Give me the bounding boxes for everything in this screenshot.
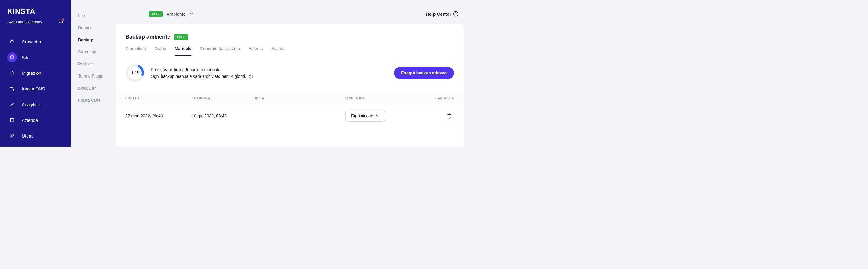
env-label: Ambiente [166,11,185,17]
secondary-nav-blockip[interactable]: Blocca IP [71,82,116,94]
secondary-nav-cdn[interactable]: Kinsta CDN [71,94,116,106]
company-row: Awesome Company [0,19,71,31]
svg-point-2 [13,89,14,90]
nav-label: Utenti [22,133,33,139]
help-center-label: Help Center [426,11,451,17]
progress-circle: 1 / 5 [125,63,145,83]
progress-label: 1 / 5 [131,71,138,75]
tab-system[interactable]: Generato dal sistema [200,46,240,56]
logo-section: KINSTA [0,0,71,19]
svg-point-8 [10,134,12,136]
nav-item-dns[interactable]: Kinsta DNS [0,81,71,96]
svg-marker-0 [10,55,14,57]
table-header: CREATO SCADENZA NOTA RIPRISTINA CANCELLA [116,92,464,104]
help-icon[interactable] [249,74,253,79]
nav-label: Azienda [22,118,38,123]
secondary-nav-tools[interactable]: Strumenti [71,46,116,58]
nav-item-dashboard[interactable]: Cruscotto [0,34,71,50]
tab-download[interactable]: Scarica [272,46,286,56]
backup-table: CREATO SCADENZA NOTA RIPRISTINA CANCELLA… [116,92,464,127]
home-icon [10,39,14,44]
nav-item-analytics[interactable]: Analytics [0,96,71,112]
nav-item-activity[interactable]: Registro attività [0,144,71,147]
environment-selector[interactable]: LIVE Ambiente [149,11,193,17]
live-badge: LIVE [149,11,163,17]
card-header: Backup ambiente LIVE [116,24,464,46]
secondary-nav-info[interactable]: Info [71,10,116,22]
nav-label: Siti [22,55,28,60]
col-header-expires: SCADENZA [192,96,255,100]
content-card: Backup ambiente LIVE Giornaliero Orario … [116,24,464,147]
notification-button[interactable] [59,19,64,24]
nav-label: Cruscotto [22,39,41,44]
tabs: Giornaliero Orario Manuale Generato dal … [116,46,464,56]
nav-label: Kinsta DNS [22,86,45,91]
main-content: LIVE Ambiente Help Center Backup ambient… [116,0,468,147]
arrows-icon [10,70,14,76]
cell-expires: 10 giu 2022, 08:43 [192,113,255,118]
col-header-created: CREATO [125,96,192,100]
svg-point-1 [10,87,11,88]
main-sidebar: KINSTA Awesome Company Cruscotto Siti [0,0,71,147]
help-center-link[interactable]: Help Center [426,11,458,17]
restore-button-label: Ripristina in [351,113,373,118]
cell-created: 27 mag 2022, 08:43 [125,113,192,118]
page-title: Backup ambiente [125,34,170,40]
notification-dot [62,19,64,21]
secondary-nav-redirect[interactable]: Redirect [71,58,116,70]
secondary-nav-backup[interactable]: Backup [71,34,116,46]
table-row: 27 mag 2022, 08:43 10 giu 2022, 08:43 Ri… [116,104,464,127]
backup-now-button[interactable]: Esegui backup adesso [394,67,454,79]
chevron-down-icon [189,12,193,16]
col-header-note: NOTA [255,96,345,100]
nav-item-company[interactable]: Azienda [0,112,71,128]
secondary-nav-domains[interactable]: Domini [71,22,116,34]
backup-info-section: 1 / 5 Puoi creare fino a 5 backup manual… [116,56,464,92]
cell-delete [421,111,454,120]
dns-icon [10,86,14,91]
tab-daily[interactable]: Giornaliero [125,46,146,56]
tab-external[interactable]: Esterno [248,46,263,56]
cell-restore: Ripristina in [345,110,421,122]
chart-icon [10,102,14,107]
nav-item-users[interactable]: Utenti [0,128,71,144]
nav-item-migrations[interactable]: Migrazioni [0,65,71,81]
layers-icon [10,55,14,60]
col-header-restore: RIPRISTINA [345,96,421,100]
building-icon [10,118,14,122]
live-badge-header: LIVE [174,34,188,40]
secondary-nav-themes[interactable]: Temi e Plugin [71,70,116,82]
chevron-down-icon [375,114,379,118]
help-icon [453,11,458,17]
tab-hourly[interactable]: Orario [154,46,166,56]
nav-label: Analytics [22,102,40,107]
logo: KINSTA [7,7,64,16]
nav-label: Migrazioni [22,70,42,76]
backup-info-text: Puoi creare fino a 5 backup manuali. Ogn… [151,66,253,80]
restore-button[interactable]: Ripristina in [345,110,385,122]
tab-manual[interactable]: Manuale [175,46,191,56]
delete-button[interactable] [445,111,454,120]
backup-info-left: 1 / 5 Puoi creare fino a 5 backup manual… [125,63,253,83]
trash-icon [447,113,452,119]
top-bar: LIVE Ambiente Help Center [116,0,468,24]
main-nav: Cruscotto Siti Migrazioni Kinsta DNS Ana… [0,31,71,147]
users-icon [10,133,14,138]
col-header-delete: CANCELLA [421,96,454,100]
svg-rect-3 [10,119,14,122]
company-name: Awesome Company [7,20,42,24]
secondary-sidebar: Info Domini Backup Strumenti Redirect Te… [71,0,116,147]
nav-item-sites[interactable]: Siti [0,50,71,65]
